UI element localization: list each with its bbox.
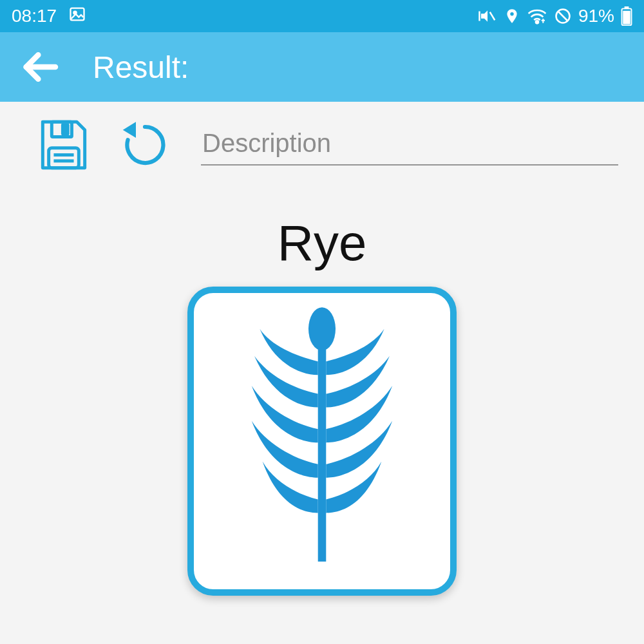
svg-point-5 [536, 21, 538, 23]
page-title: Result: [93, 50, 189, 85]
status-right: 91% [478, 6, 632, 26]
battery-percent: 91% [578, 6, 614, 26]
svg-marker-17 [123, 122, 136, 138]
battery-icon [621, 6, 632, 26]
no-sim-icon [554, 7, 572, 25]
status-left: 08:17 [12, 5, 86, 28]
svg-line-2 [490, 12, 495, 21]
svg-rect-18 [318, 332, 327, 562]
wifi-icon [527, 7, 547, 25]
back-button[interactable] [19, 46, 61, 88]
svg-point-19 [308, 307, 336, 350]
result-content: Rye [0, 178, 644, 596]
app-bar: Result: [0, 32, 644, 102]
image-icon [68, 5, 86, 28]
svg-point-4 [510, 12, 513, 15]
svg-rect-10 [623, 11, 630, 24]
location-icon [504, 8, 520, 24]
toolbar [0, 102, 644, 178]
svg-rect-13 [62, 125, 68, 134]
save-button[interactable] [39, 118, 89, 172]
svg-line-7 [558, 12, 567, 21]
result-name: Rye [278, 214, 367, 272]
svg-rect-14 [49, 148, 79, 168]
status-bar: 08:17 [0, 0, 644, 32]
status-time: 08:17 [12, 6, 57, 26]
wheat-icon [238, 305, 406, 578]
description-input[interactable] [201, 125, 618, 166]
result-card[interactable] [187, 287, 457, 596]
vibrate-mute-icon [478, 6, 497, 26]
undo-button[interactable] [118, 118, 172, 172]
